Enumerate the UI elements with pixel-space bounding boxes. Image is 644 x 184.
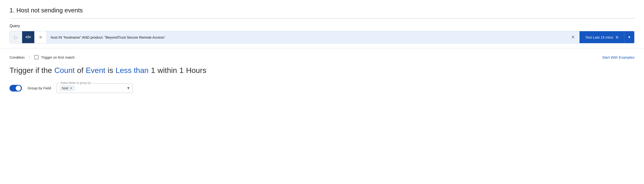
- trigger-within: within: [158, 65, 177, 76]
- query-clear-button[interactable]: ✕: [570, 35, 576, 40]
- trigger-sentence: Trigger if the Count of Event is Less th…: [10, 65, 634, 76]
- query-code-button[interactable]: </>: [22, 31, 34, 43]
- clear-icon: ✕: [571, 35, 575, 40]
- toggle-slider: [10, 85, 22, 92]
- trigger-event[interactable]: Event: [86, 65, 106, 76]
- trigger-hours-label: Hours: [186, 65, 206, 76]
- trigger-hours-value[interactable]: 1: [180, 65, 184, 76]
- page-title: 1. Host not sending events: [10, 7, 634, 14]
- fields-select-container[interactable]: Select fields to group by host ✕ ▼: [57, 83, 133, 93]
- condition-left: Condition Trigger on first match: [10, 55, 75, 59]
- bottom-section: Condition Trigger on first match Start W…: [0, 48, 644, 101]
- test-last-15-mins-button[interactable]: Test Last 15 mins ⧉: [580, 31, 624, 43]
- query-list-button[interactable]: ≡: [34, 31, 47, 43]
- field-tag-text: host: [62, 86, 68, 90]
- group-by-label: Group by Field: [28, 86, 51, 90]
- query-label: Query: [10, 24, 634, 28]
- trigger-is: is: [108, 65, 113, 76]
- page-wrapper: 1. Host not sending events Query ▷ </> ≡…: [0, 0, 644, 184]
- trigger-prefix: Trigger if the: [10, 65, 52, 76]
- list-icon: ≡: [39, 35, 42, 40]
- fields-select-label: Select fields to group by: [59, 81, 92, 85]
- arrow-icon: ▷: [14, 34, 18, 40]
- condition-row: Condition Trigger on first match Start W…: [10, 55, 634, 59]
- field-tag-remove-icon[interactable]: ✕: [70, 86, 72, 90]
- field-tag-host: host ✕: [60, 86, 74, 91]
- dropdown-chevron-icon: ▼: [628, 35, 631, 39]
- trigger-count[interactable]: Count: [54, 65, 74, 76]
- test-button-group: Test Last 15 mins ⧉ ▼: [580, 31, 634, 43]
- query-input-area: host IN "hostname" AND product: "BeyondT…: [47, 31, 580, 43]
- code-icon: </>: [26, 35, 31, 39]
- trigger-first-match-area: Trigger on first match: [34, 55, 74, 59]
- fields-dropdown-arrow-icon: ▼: [126, 86, 130, 90]
- group-by-toggle[interactable]: [10, 85, 22, 92]
- top-section: 1. Host not sending events Query ▷ </> ≡…: [0, 0, 644, 48]
- condition-label: Condition: [10, 55, 30, 59]
- trigger-value[interactable]: 1: [151, 65, 155, 76]
- query-input-text[interactable]: host IN "hostname" AND product: "BeyondT…: [51, 35, 570, 39]
- start-with-examples-link[interactable]: Start With Examples: [602, 55, 634, 59]
- query-arrow-button[interactable]: ▷: [10, 31, 22, 43]
- trigger-less-than[interactable]: Less than: [116, 65, 148, 76]
- page-title-divider: [10, 18, 634, 19]
- trigger-first-match-label: Trigger on first match: [41, 55, 74, 59]
- trigger-first-match-checkbox[interactable]: [34, 55, 38, 59]
- test-dropdown-button[interactable]: ▼: [624, 31, 634, 43]
- query-bar: ▷ </> ≡ host IN "hostname" AND product: …: [10, 31, 634, 43]
- external-link-icon: ⧉: [616, 35, 618, 39]
- group-by-row: Group by Field Select fields to group by…: [10, 83, 634, 93]
- trigger-of: of: [77, 65, 84, 76]
- test-button-label: Test Last 15 mins: [585, 35, 613, 39]
